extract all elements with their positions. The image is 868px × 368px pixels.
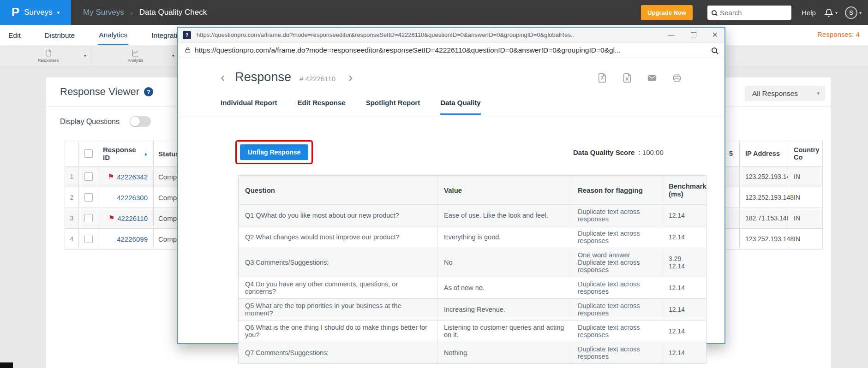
responses-tool-button[interactable]: Responses ▾ (6, 45, 91, 66)
app-root: P Surveys ▾ My Surveys › Data Quality Ch… (0, 0, 868, 368)
help-icon[interactable]: ? (144, 87, 153, 96)
maximize-icon[interactable] (691, 32, 696, 37)
global-search[interactable] (707, 6, 791, 20)
ip-cell: 123.252.193.148 (740, 229, 788, 249)
question-header: Question (239, 176, 437, 205)
response-id-link[interactable]: 42226300 (117, 194, 148, 202)
analysis-tool-label: Analysis (128, 58, 144, 63)
analysis-tool-button[interactable]: Analysis ▾ (92, 45, 180, 66)
export-actions (597, 73, 682, 83)
benchmark-cell: 3.29 12.14 (662, 248, 706, 277)
breadcrumb: My Surveys › Data Quality Check (83, 8, 207, 17)
top-navbar: P Surveys ▾ My Surveys › Data Quality Ch… (0, 0, 868, 25)
tab-data-quality[interactable]: Data Quality (440, 99, 481, 115)
all-responses-dropdown[interactable]: All Responses ▾ (745, 86, 825, 101)
row-checkbox[interactable] (84, 193, 93, 202)
sort-asc-icon[interactable]: ▲ (144, 151, 148, 156)
flag-icon: ⚑ (108, 172, 114, 181)
display-questions-toggle[interactable] (130, 116, 151, 127)
caret-down-icon: ▾ (835, 10, 838, 15)
popup-title-url: https://questionpro.com/a/frame.do?mode=… (197, 31, 650, 38)
question-cell: Q3 Comments/Suggestions: (239, 248, 437, 277)
table-row: Q7 Comments/Suggestions: Nothing. Duplic… (239, 342, 706, 364)
caret-down-icon: ▾ (817, 90, 820, 96)
tab-analytics[interactable]: Analytics (98, 25, 128, 45)
reason-cell: Duplicate text across responses (571, 299, 662, 321)
tab-spotlight-report[interactable]: Spotlight Report (366, 99, 420, 115)
benchmark-cell: 12.14 (662, 226, 706, 248)
benchmark-cell: 12.14 (662, 342, 706, 364)
export-pdf-icon[interactable] (597, 73, 607, 83)
display-questions-label: Display Questions (60, 118, 120, 126)
questionpro-favicon-icon: ? (183, 31, 191, 39)
table-row[interactable]: 123.252.193.148 IN (712, 166, 823, 187)
help-link[interactable]: Help (802, 9, 816, 17)
account-menu[interactable]: S ▾ (845, 6, 862, 19)
benchmark-cell: 12.14 (662, 205, 706, 226)
popup-addressbar[interactable]: https://questionpro.com/a/frame.do?mode=… (178, 42, 724, 58)
email-icon[interactable] (647, 73, 657, 83)
export-excel-icon[interactable] (622, 73, 632, 83)
search-input[interactable] (720, 9, 784, 17)
screen-corner-artifact (0, 362, 13, 368)
table-row[interactable]: 123.252.193.148 IN (712, 187, 823, 208)
table-row: Q6 What is the one thing I should do to … (239, 321, 706, 342)
ip-cell: 123.252.193.148 (740, 166, 788, 187)
row-number: 2 (65, 187, 79, 208)
row-checkbox[interactable] (84, 214, 93, 222)
reason-cell: Duplicate text across responses (571, 342, 662, 364)
lock-icon (186, 49, 190, 53)
table-row: Q4 Do you have any other comments, quest… (239, 277, 706, 299)
value-cell: Ease of use. Like the look and feel. (437, 205, 571, 226)
response-list-table-right: 5 IP Address Country Co 123.252.193.148 … (712, 141, 823, 249)
report-tabs: Individual Report Edit Response Spotligh… (178, 99, 724, 115)
print-icon[interactable] (672, 73, 682, 83)
tab-edit[interactable]: Edit (7, 26, 22, 44)
notifications-menu[interactable]: ▾ (824, 8, 838, 18)
score-value: : 100.00 (639, 148, 664, 156)
reason-cell: Duplicate text across responses (571, 205, 662, 226)
question-cell: Q1 QWhat do you like most about our new … (239, 205, 437, 226)
tab-individual-report[interactable]: Individual Report (221, 99, 277, 115)
country-cell: IN (788, 166, 823, 187)
row-checkbox[interactable] (84, 172, 93, 181)
tab-distribute[interactable]: Distribute (44, 26, 76, 44)
response-id-link[interactable]: 42226099 (117, 235, 148, 243)
flag-icon: ⚑ (108, 214, 114, 222)
upgrade-now-button[interactable]: Upgrade Now (641, 5, 693, 20)
next-response-button[interactable]: › (348, 71, 353, 84)
address-url[interactable]: https://questionpro.com/a/frame.do?mode=… (195, 46, 702, 54)
popup-titlebar[interactable]: ? https://questionpro.com/a/frame.do?mod… (178, 28, 724, 42)
zoom-search-icon[interactable] (712, 47, 717, 53)
benchmark-cell: 12.14 (662, 321, 706, 342)
caret-down-icon: ▾ (859, 10, 862, 15)
breadcrumb-my-surveys[interactable]: My Surveys (83, 8, 124, 17)
ip-address-header: IP Address (740, 141, 788, 166)
responses-icon (44, 49, 53, 57)
response-id-link[interactable]: 42226110 (117, 214, 148, 222)
minimize-icon[interactable]: — (668, 31, 675, 39)
window-controls: — ✕ (668, 30, 718, 39)
country-cell: IN (788, 229, 823, 249)
unflag-response-button[interactable]: Unflag Response (240, 144, 308, 160)
tab-edit-response[interactable]: Edit Response (298, 99, 346, 115)
select-all-checkbox[interactable] (84, 149, 93, 158)
row-checkbox[interactable] (84, 235, 93, 243)
surveys-menu[interactable]: P Surveys ▾ (0, 0, 71, 25)
response-title: Response (235, 70, 291, 84)
response-id-link[interactable]: 42226342 (117, 173, 148, 181)
response-id-header[interactable]: Response ID (103, 146, 136, 161)
previous-response-button[interactable]: ‹ (221, 71, 225, 84)
responses-tool-label: Responses (38, 58, 59, 63)
page-title: Response Viewer (60, 86, 139, 98)
question-cell: Q6 What is the one thing I should do to … (239, 321, 437, 342)
reason-header: Reason for flagging (571, 176, 662, 205)
score-label: Data Quality Score (573, 148, 635, 156)
status-header: Status (158, 150, 180, 158)
close-icon[interactable]: ✕ (712, 30, 718, 39)
country-cell: IN (788, 187, 823, 208)
table-row[interactable]: 182.71.153.146 IN (712, 208, 823, 229)
table-row[interactable]: 123.252.193.148 IN (712, 229, 823, 249)
row-number-header (65, 141, 79, 166)
topbar-right: Upgrade Now Help ▾ S ▾ (641, 5, 868, 20)
